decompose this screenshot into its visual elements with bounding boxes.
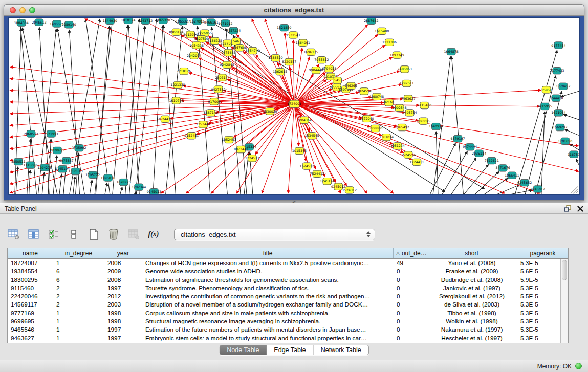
show-columns-icon[interactable] [27,228,40,241]
graph-node[interactable]: 1588520 [268,55,282,61]
graph-node[interactable]: 2803144 [215,74,229,81]
table-row[interactable]: 1872400712008Changes of HCN gene express… [8,259,560,267]
table-options-icon[interactable] [7,228,20,241]
row-height-icon[interactable] [67,228,80,241]
close-panel-icon[interactable] [577,205,584,214]
graph-node[interactable]: 1735992 [72,145,86,151]
graph-node[interactable]: 9427552 [211,86,226,93]
table-scrollbar[interactable] [560,259,568,343]
graph-node[interactable]: 2177433 [550,68,564,74]
graph-node[interactable]: 1724001 [287,100,301,107]
tab-edge-table[interactable]: Edge Table [267,345,313,355]
graph-node[interactable]: 1051234 [390,143,405,149]
graph-node[interactable]: 1115686 [23,162,37,168]
graph-node[interactable]: 7463627 [401,95,416,102]
graph-node[interactable]: 8471676 [496,165,510,171]
table-row[interactable]: 911546021997Tourette syndrome. Phenomeno… [8,284,560,292]
network-canvas[interactable]: 1884304204651314055712089140184493018101… [8,17,580,195]
graph-node[interactable]: 1664878 [444,48,459,55]
table-row[interactable]: 1830029562008Estimation of significance … [8,276,560,284]
float-panel-icon[interactable] [564,205,572,214]
graph-node[interactable]: 1696175 [304,49,318,55]
column-header-year[interactable]: year [104,248,142,258]
graph-node[interactable]: 6879197 [450,135,465,142]
graph-node[interactable]: 9893695 [416,118,430,124]
tab-node-table[interactable]: Node Table [220,345,267,355]
table-row[interactable]: 1938455462009Genome-wide association stu… [8,267,560,275]
graph-node[interactable]: 1224511 [245,155,259,162]
graph-node[interactable]: 1543712 [138,18,153,24]
graph-node[interactable]: 7557224 [226,27,241,34]
graph-node[interactable]: 1965492 [395,124,409,130]
graph-node[interactable]: 1071912 [218,20,232,27]
graph-node[interactable]: 1830029 [263,108,277,115]
scrollbar-thumb[interactable] [562,260,567,280]
table-row[interactable]: 1456911722003Disruption of a novel membe… [8,300,560,309]
graph-node[interactable]: 9177454 [551,42,565,49]
graph-node[interactable]: 2687682 [364,18,378,24]
create-column-icon[interactable] [87,228,100,241]
graph-node[interactable]: 9495754 [402,110,417,116]
column-header-short[interactable]: short [426,248,517,258]
graph-node[interactable]: 9474444 [463,144,477,150]
graph-node[interactable]: 8454749 [246,47,260,54]
table-row[interactable]: 969969511998Structural magnetic resonanc… [8,317,560,325]
graph-node[interactable]: 6794028 [322,65,336,72]
graph-node[interactable]: 1221396 [382,39,397,46]
table-row[interactable]: 946362711997Embryonic stem cells: a mode… [8,334,560,342]
graph-node[interactable]: 9245013 [147,189,161,194]
graph-node[interactable]: 1221338 [170,81,185,88]
graph-node[interactable]: 1052451 [222,136,236,143]
graph-node[interactable]: 9904448 [309,67,323,74]
graph-node[interactable]: 7632621 [485,157,499,164]
column-header-title[interactable]: title [142,248,394,258]
graph-node[interactable]: 2060513 [24,130,38,137]
table-row[interactable]: 2242004622012Investigating the contribut… [8,292,560,300]
graph-node[interactable]: 917006 [208,98,221,105]
graph-node[interactable]: 1065327 [176,18,190,25]
tab-network-table[interactable]: Network Table [314,345,368,355]
graph-node[interactable]: 1224411 [409,159,424,165]
graph-node[interactable]: 8220357 [282,58,296,65]
graph-node[interactable]: 1884304 [14,19,29,26]
graph-node[interactable]: 9245012 [531,186,545,192]
function-builder-icon[interactable]: f(x) [147,228,160,241]
graph-node[interactable]: 7955812 [314,56,329,63]
graph-node[interactable]: 545 [333,77,342,84]
table-select-dropdown[interactable]: citations_edges.txt [174,229,375,240]
graph-node[interactable]: 9975887 [59,157,74,164]
graph-node[interactable]: 1678275 [116,179,130,185]
graph-node[interactable]: 1244418 [549,95,563,101]
graph-node[interactable]: 546 [232,38,241,45]
graph-node[interactable]: 1145194 [55,166,70,172]
graph-node[interactable]: 3824554 [357,88,371,95]
table-row[interactable]: 977716911998Corpus callosum shape and si… [8,309,560,317]
delete-column-icon[interactable] [107,228,120,241]
column-header-name[interactable]: name [8,248,53,258]
graph-node[interactable]: 1524312 [342,187,357,193]
graph-node[interactable]: 1844930 [103,18,117,24]
graph-node[interactable]: 15958 [541,86,552,93]
table-row[interactable]: 946554611997Estimation of the future num… [8,325,560,334]
graph-node[interactable]: 2089140 [62,21,76,28]
graph-node[interactable]: 1292344 [132,184,146,190]
resize-grip-icon[interactable] [571,187,578,193]
graph-node[interactable]: 1065328 [156,18,170,24]
graph-node[interactable]: 1068860 [368,125,382,132]
column-header-out-degree[interactable]: △ out_de… [394,248,426,258]
graph-node[interactable]: 1621064 [551,110,565,116]
graph-node[interactable]: 2935114 [472,150,486,157]
graph-node[interactable]: 2020655 [50,147,64,154]
graph-node[interactable]: 1245124 [320,178,334,185]
graph-node[interactable]: 1532541 [286,32,300,38]
graph-node[interactable]: 1527002 [190,18,204,25]
graph-node[interactable]: 2046513 [32,19,46,26]
selection-mode-icon[interactable] [47,228,60,241]
graph-node[interactable]: 7485063 [398,66,412,73]
graph-node[interactable]: 7524413 [310,170,324,177]
graph-node[interactable]: 1065411 [505,172,519,179]
graph-node[interactable]: 746266 [345,82,357,89]
column-header-in-degree[interactable]: in_degree [53,248,104,258]
graph-node[interactable]: 1524512 [300,163,314,169]
graph-node[interactable]: 1795722 [85,171,100,178]
